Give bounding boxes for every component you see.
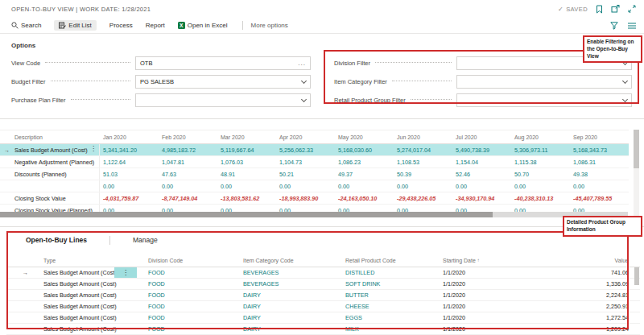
amount-cell[interactable]: -13,803,581.62: [217, 192, 276, 204]
amount-cell[interactable]: 48.91: [217, 168, 276, 180]
amount-cell[interactable]: 5,256,062.33: [276, 144, 335, 155]
budget-row[interactable]: →Sales Budget Amount (Cost)⋮5,341,341.20…: [0, 144, 629, 156]
amount-cell[interactable]: -40,238,310.13: [511, 192, 570, 204]
amount-cell[interactable]: 0.00: [217, 180, 276, 192]
amount-cell[interactable]: 5,306,973.11: [511, 144, 570, 155]
amount-cell[interactable]: -34,930,170.94: [452, 192, 511, 204]
amount-cell[interactable]: 52.46: [452, 168, 511, 180]
option-input-view-code[interactable]: OTB...: [135, 56, 311, 70]
column-header-sep-2020[interactable]: Sep 2020: [570, 130, 629, 143]
description-cell[interactable]: Negative Adjustment (Planned): [0, 156, 100, 168]
amount-cell[interactable]: 1,076.03: [217, 156, 276, 168]
dotted-leader: [51, 80, 130, 81]
amount-cell[interactable]: 5,341,341.20: [100, 144, 159, 155]
option-input-purchase-plan-filter[interactable]: [135, 93, 311, 107]
column-header-description[interactable]: Description: [0, 130, 100, 143]
column-header-aug-2020[interactable]: Aug 2020: [511, 130, 570, 143]
report-button[interactable]: Report: [146, 22, 165, 29]
open-in-excel-button[interactable]: X Open in Excel: [178, 22, 228, 29]
amount-cell[interactable]: 0.00: [570, 180, 629, 192]
description-cell[interactable]: →Sales Budget Amount (Cost)⋮: [0, 144, 100, 155]
amount-cell[interactable]: 1,122.64: [100, 156, 159, 168]
open-in-window-icon[interactable]: [611, 5, 620, 13]
amount-cell[interactable]: -18,993,883.90: [276, 192, 335, 204]
budget-grid-scrollbar[interactable]: [634, 130, 639, 217]
amount-cell[interactable]: 1,047.81: [159, 156, 217, 168]
amount-cell[interactable]: 5,119,667.64: [217, 144, 276, 155]
process-button[interactable]: Process: [109, 22, 133, 29]
lines-scrollbar[interactable]: [634, 266, 639, 329]
description-text: Closing Stock Value: [14, 195, 66, 202]
row-menu-button[interactable]: ⋮: [90, 145, 97, 152]
amount-cell[interactable]: 1,104.73: [276, 156, 335, 168]
amount-cell[interactable]: 5,490,738.39: [452, 144, 511, 155]
column-header-jan-2020[interactable]: Jan 2020: [100, 130, 159, 143]
amount-cell[interactable]: 1,108.53: [394, 156, 452, 168]
description-text: Negative Adjustment (Planned): [14, 159, 94, 166]
amount-cell[interactable]: 0.00: [511, 180, 570, 192]
amount-cell[interactable]: -45,407,789.55: [570, 192, 629, 204]
amount-cell[interactable]: 5,168,030.60: [335, 144, 394, 155]
open-in-excel-label: Open in Excel: [188, 22, 228, 29]
amount-cell[interactable]: 49.38: [570, 168, 629, 180]
amount-cell[interactable]: 0.00: [100, 180, 159, 192]
column-header-may-2020[interactable]: May 2020: [335, 130, 394, 143]
column-header-jun-2020[interactable]: Jun 2020: [394, 130, 452, 143]
edit-list-button[interactable]: Edit List: [54, 20, 96, 31]
horizontal-scrollbar-thumb[interactable]: [0, 212, 493, 217]
budget-row[interactable]: Discounts (Planned)51.0347.6348.9150.214…: [0, 168, 629, 180]
amount-cell[interactable]: 51.03: [100, 168, 159, 180]
amount-cell[interactable]: 0.00: [159, 180, 217, 192]
description-cell[interactable]: [0, 180, 100, 192]
filter-icon[interactable]: [610, 22, 618, 30]
amount-cell[interactable]: 1,154.04: [452, 156, 511, 168]
lookup-ellipsis-icon[interactable]: ...: [298, 62, 306, 65]
amount-cell[interactable]: 0.00: [335, 180, 394, 192]
budget-grid-scrollbar-thumb[interactable]: [634, 130, 639, 168]
more-options-button[interactable]: More options: [251, 22, 288, 29]
edit-list-icon: [59, 22, 66, 29]
view-options-icon[interactable]: [628, 23, 636, 29]
option-value: OTB: [140, 60, 152, 67]
amount-cell[interactable]: 5,274,017.04: [394, 144, 452, 155]
more-options-label: More options: [251, 22, 288, 29]
budget-row[interactable]: 0.000.000.000.000.000.000.000.000.00: [0, 180, 629, 192]
amount-cell[interactable]: 1,115.38: [511, 156, 570, 168]
chevron-down-icon[interactable]: [301, 97, 307, 102]
amount-cell[interactable]: 1,086.31: [570, 156, 629, 168]
amount-cell[interactable]: 50.39: [394, 168, 452, 180]
annotation-rect-lines: [6, 231, 629, 329]
horizontal-scrollbar[interactable]: [0, 212, 628, 217]
column-header-feb-2020[interactable]: Feb 2020: [159, 130, 217, 143]
budget-grid-header: DescriptionJan 2020Feb 2020Mar 2020Apr 2…: [0, 130, 629, 144]
budget-row[interactable]: Negative Adjustment (Planned)1,122.641,0…: [0, 156, 629, 168]
amount-cell[interactable]: 49.37: [335, 168, 394, 180]
edit-list-label: Edit List: [68, 22, 91, 29]
column-header-apr-2020[interactable]: Apr 2020: [276, 130, 335, 143]
amount-cell[interactable]: -24,163,050.10: [335, 192, 394, 204]
amount-cell[interactable]: 47.63: [159, 168, 217, 180]
amount-cell[interactable]: -29,438,226.05: [394, 192, 452, 204]
lines-scrollbar-thumb[interactable]: [634, 267, 639, 285]
description-cell[interactable]: Closing Stock Value: [0, 192, 100, 204]
option-input-budget-filter[interactable]: PG SALESB: [135, 75, 311, 89]
amount-cell[interactable]: 50.70: [511, 168, 570, 180]
column-header-jul-2020[interactable]: Jul 2020: [452, 130, 511, 143]
amount-cell[interactable]: 4,985,183.72: [159, 144, 217, 155]
budget-row[interactable]: Closing Stock Value-4,031,759.87-8,747,1…: [0, 192, 629, 205]
amount-cell[interactable]: 5,168,343.73: [570, 144, 629, 155]
amount-cell[interactable]: 0.00: [276, 180, 335, 192]
amount-cell[interactable]: 0.00: [452, 180, 511, 192]
check-icon: ✓: [558, 6, 564, 13]
search-button[interactable]: Search: [11, 22, 41, 29]
amount-cell[interactable]: 1,086.23: [335, 156, 394, 168]
bookmark-icon[interactable]: [596, 5, 603, 14]
amount-cell[interactable]: 0.00: [394, 180, 452, 192]
amount-cell[interactable]: -8,747,149.04: [159, 192, 217, 204]
column-header-mar-2020[interactable]: Mar 2020: [217, 130, 276, 143]
chevron-down-icon[interactable]: [301, 78, 307, 84]
collapse-arrows-icon[interactable]: [628, 5, 636, 13]
amount-cell[interactable]: -4,031,759.87: [100, 192, 159, 204]
description-cell[interactable]: Discounts (Planned): [0, 168, 100, 180]
amount-cell[interactable]: 50.21: [276, 168, 335, 180]
